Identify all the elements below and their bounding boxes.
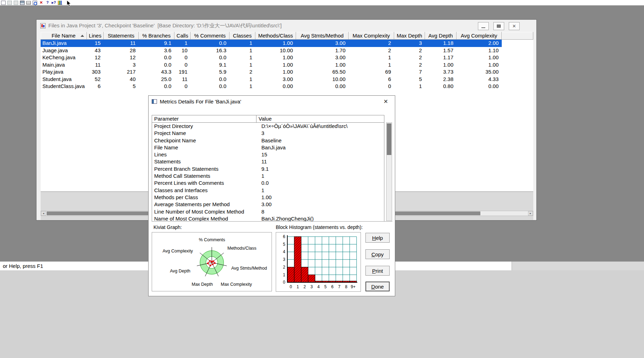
close-button[interactable]: ✕ (509, 22, 520, 30)
column-header---branches[interactable]: % Branches (139, 32, 174, 40)
table-row[interactable]: Main.java1130.009.111.001.00121.001.00 (41, 61, 502, 69)
metric-cell: 0.00 (255, 83, 296, 90)
column-header-avg-stmts-method[interactable]: Avg Stmts/Method (296, 32, 349, 40)
column-header-classes[interactable]: Classes (229, 32, 255, 40)
param-row: Line Number of Most Complex Method8 (152, 208, 384, 215)
hscroll-left-arrow-icon[interactable]: ◂ (41, 211, 46, 216)
file-name-cell: StudentClass.java (41, 83, 87, 90)
maximize-button[interactable] (493, 22, 504, 30)
param-name: Percent Lines with Comments (152, 180, 259, 187)
svg-text:3: 3 (283, 257, 286, 262)
param-value: 3 (259, 130, 384, 137)
hscroll-right-arrow-icon[interactable]: ▸ (528, 211, 533, 216)
metric-cell: 10.00 (255, 47, 296, 54)
column-header-max-complexity[interactable]: Max Complexity (349, 32, 394, 40)
histogram-bar (294, 237, 301, 282)
file-name-cell: Play.java (41, 68, 87, 76)
dialog-title: Metrics Details For File 'BanJi.java' (160, 99, 241, 104)
main-window-titlebar[interactable]: Files in Java Project '3', Checkpoint 'B… (36, 20, 536, 32)
metric-cell: 1 (229, 40, 255, 47)
chart-icon[interactable] (58, 1, 62, 5)
param-value: BanJi.ZhongChengJi() (259, 215, 384, 222)
histogram-svg: 01234560123456789+ (276, 232, 361, 291)
context-help-icon[interactable]: ▸? (52, 0, 56, 5)
column-header-avg-depth[interactable]: Avg Depth (425, 32, 457, 40)
dialog-close-button[interactable]: ✕ (380, 97, 391, 106)
file-table-header: File NameLinesStatements% BranchesCalls%… (41, 32, 533, 40)
svg-text:7: 7 (338, 284, 341, 289)
table-row[interactable]: StudentClass.java650.000.010.000.00010.8… (41, 83, 502, 90)
table-row[interactable]: Play.java30321743.31915.921.0065.506973.… (41, 68, 502, 76)
forward-icon[interactable] (14, 1, 18, 5)
print-icon[interactable] (26, 1, 31, 5)
param-name: Statements (152, 158, 259, 165)
metric-cell: 0.0 (139, 54, 174, 61)
vscroll-thumb[interactable] (387, 123, 391, 155)
help-button[interactable]: Help (365, 233, 390, 243)
done-button[interactable]: Done (365, 282, 390, 291)
toolbar: ✕?▸? (0, 0, 644, 6)
metric-cell: 5 (104, 83, 139, 90)
table-row[interactable]: KeCheng.java12120.000.011.003.00121.171.… (41, 54, 502, 61)
mouse-cursor (67, 0, 71, 7)
table-row[interactable]: BanJi.java15119.110.011.003.00231.182.00 (41, 40, 502, 47)
file-name-cell: Student.java (41, 76, 87, 83)
metric-cell: 0 (349, 83, 394, 90)
column-label: Max Depth (397, 33, 422, 39)
about-help-icon[interactable]: ? (45, 0, 50, 5)
metric-cell: 303 (87, 68, 104, 76)
svg-text:4: 4 (283, 249, 286, 254)
print-button[interactable]: Print (365, 266, 390, 276)
metric-cell: 2 (349, 47, 394, 54)
metric-cell: 35.00 (457, 68, 502, 76)
table-row[interactable]: Juage.java43283.61016.3110.001.70221.571… (41, 47, 502, 54)
param-name: Average Statements per Method (152, 201, 259, 208)
new-file-icon[interactable] (1, 1, 6, 5)
histogram-label: Block Histogram (statements vs. depth): (276, 224, 363, 230)
metric-cell: 69 (349, 68, 394, 76)
metric-cell: 3.73 (425, 68, 457, 76)
param-value: 15 (259, 151, 384, 158)
metrics-dialog: Metrics Details For File 'BanJi.java' ✕ … (148, 95, 395, 296)
column-header-max-depth[interactable]: Max Depth (394, 32, 425, 40)
metric-cell: 28 (104, 47, 139, 54)
metric-cell: 1.57 (425, 47, 457, 54)
delete-checkpoint-icon[interactable]: ✕ (39, 0, 43, 5)
param-row: File NameBanJi.java (152, 144, 384, 151)
dialog-scrollbar[interactable] (386, 122, 392, 221)
svg-text:0: 0 (290, 284, 292, 289)
save-icon[interactable] (20, 1, 25, 5)
metric-cell: 11 (104, 40, 139, 47)
minimize-button[interactable] (478, 22, 489, 30)
column-header-file-name[interactable]: File Name (41, 32, 87, 40)
column-header-statements[interactable]: Statements (104, 32, 139, 40)
separator (152, 221, 392, 222)
svg-text:0: 0 (283, 280, 286, 285)
column-header-avg-complexity[interactable]: Avg Complexity (457, 32, 502, 40)
param-row: Classes and Interfaces1 (152, 187, 384, 194)
metric-cell: 0.0 (139, 61, 174, 69)
kiviat-axis-label: Avg Complexity (163, 249, 193, 254)
metric-cell: 1 (229, 47, 255, 54)
svg-text:5: 5 (324, 284, 327, 289)
copy-button[interactable]: Copy (365, 249, 390, 259)
table-row[interactable]: Student.java524025.0110.013.0010.00652.3… (41, 76, 502, 83)
column-header-lines[interactable]: Lines (87, 32, 104, 40)
column-header---comments[interactable]: % Comments (191, 32, 229, 40)
back-icon[interactable] (7, 1, 12, 5)
print-preview-icon[interactable] (33, 1, 37, 5)
column-header-methods-class[interactable]: Methods/Class (255, 32, 296, 40)
metric-cell: 2.00 (457, 40, 502, 47)
column-label: % Comments (194, 33, 226, 39)
column-header-calls[interactable]: Calls (174, 32, 191, 40)
kiviat-graph-label: Kiviat Graph: (153, 224, 182, 230)
svg-text:2: 2 (283, 265, 286, 270)
column-label: Avg Stmts/Method (301, 33, 343, 39)
metric-cell: 1.10 (457, 47, 502, 54)
column-label: Lines (89, 33, 102, 39)
param-row: Checkpoint NameBaseline (152, 137, 384, 144)
dialog-titlebar[interactable]: Metrics Details For File 'BanJi.java' (149, 96, 395, 107)
main-window-title: Files in Java Project '3', Checkpoint 'B… (48, 22, 282, 29)
metric-cell: 12 (104, 54, 139, 61)
svg-text:3: 3 (310, 284, 313, 289)
